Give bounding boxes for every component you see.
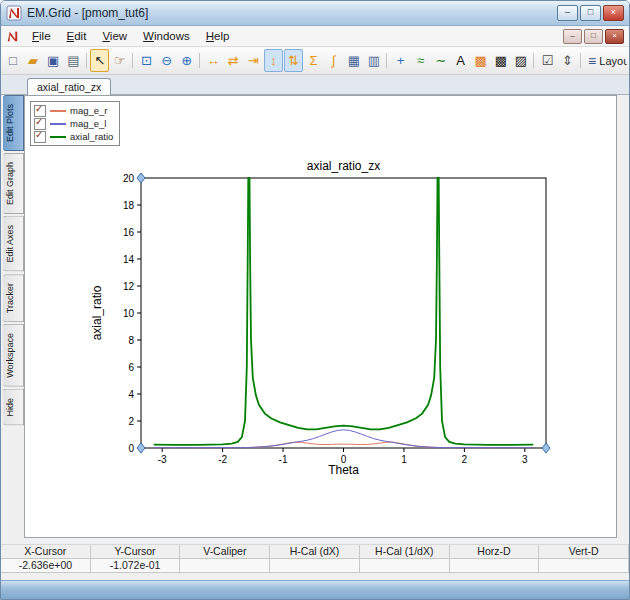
toolbar-icon: ▥	[368, 54, 380, 67]
side-tab-tracker[interactable]: Tracker	[3, 274, 24, 322]
toolbar-icon: ▦	[348, 54, 360, 67]
mdi-child-controls: – □ ×	[563, 29, 626, 44]
status-header: Vert-D	[539, 545, 629, 559]
contour-plot-button[interactable]: ▨	[511, 49, 530, 72]
save-button[interactable]: ▣	[44, 49, 63, 72]
legend-row: axial_ratio	[34, 130, 113, 143]
legend-label: mag_e_r	[70, 105, 108, 116]
toolbar-icon: ∼	[435, 54, 446, 67]
colormap-button[interactable]: ▩	[471, 49, 490, 72]
y-tick-label: 6	[128, 362, 134, 373]
toolbar-icon: ▨	[515, 54, 527, 67]
toolbar-icon: □	[9, 54, 17, 67]
toolbar-icon: ▤	[67, 54, 79, 67]
h-shift-button[interactable]: ⇥	[244, 49, 263, 72]
y-tick-label: 0	[128, 443, 134, 454]
status-value	[180, 559, 270, 573]
x-tick-label: 0	[341, 454, 347, 465]
x-tick-label: -2	[218, 454, 227, 465]
tab-axial-ratio-zx[interactable]: axial_ratio_zx	[27, 78, 111, 95]
x-tick-label: 2	[462, 454, 468, 465]
curve-button[interactable]: ≈	[411, 49, 430, 72]
pointer-select-button[interactable]: ↖	[90, 49, 109, 72]
zoom-in-button[interactable]: ⊕	[177, 49, 196, 72]
open-button[interactable]: ▰	[24, 49, 43, 72]
toolbar-icon: ⊕	[181, 54, 192, 67]
status-value	[360, 559, 450, 573]
intensity-plot-button[interactable]: ▩	[491, 49, 510, 72]
menu-edit[interactable]: Edit	[59, 28, 95, 44]
menu-view[interactable]: View	[94, 28, 135, 44]
menu-file[interactable]: File	[24, 28, 59, 44]
legend-row: mag_e_l	[34, 117, 113, 130]
x-tick-label: -1	[279, 454, 288, 465]
y-tick-label: 20	[123, 173, 135, 184]
toolbar-icon: ⇕	[562, 54, 573, 67]
menu-windows[interactable]: Windows	[135, 28, 198, 44]
minimize-button[interactable]: –	[557, 5, 578, 21]
toolbar-icon: ↔	[207, 54, 220, 67]
toolbar-icon: A	[456, 54, 465, 67]
pan-button[interactable]: ☞	[110, 49, 129, 72]
side-tab-edit-plots[interactable]: Edit Plots	[3, 95, 24, 151]
print-button[interactable]: ▤	[64, 49, 83, 72]
child-close-button[interactable]: ×	[605, 29, 624, 44]
grid-button[interactable]: ▦	[344, 49, 363, 72]
h-expand-button[interactable]: ↔	[204, 49, 223, 72]
layout-lines-icon: ≡	[588, 54, 596, 68]
maximize-button[interactable]: □	[580, 5, 601, 21]
show-markers-button[interactable]: ☑	[538, 49, 557, 72]
chart[interactable]: axial_ratio_zxThetaaxial_ratio-3-2-10123…	[85, 158, 585, 488]
v-compress-button[interactable]: ⇅	[284, 49, 303, 72]
legend-row: mag_e_r	[34, 104, 113, 117]
v-expand-button[interactable]: ↕	[264, 49, 283, 72]
document-tab-strip: axial_ratio_zx	[1, 75, 629, 95]
chart-title: axial_ratio_zx	[307, 159, 380, 173]
status-value: -1.072e-01	[91, 559, 181, 573]
toolbar-icon: ▰	[28, 54, 38, 67]
axis-spin-button[interactable]: ⇕	[558, 49, 577, 72]
status-header-row: X-Cursor Y-Cursor V-Caliper H-Cal (dX) H…	[1, 545, 629, 559]
close-button[interactable]: ×	[603, 5, 624, 21]
h-compress-button[interactable]: ⇄	[224, 49, 243, 72]
legend-line-sample	[50, 110, 66, 112]
add-trace-button[interactable]: +	[391, 49, 410, 72]
spacer	[1, 573, 629, 580]
legend-checkbox[interactable]	[34, 131, 46, 143]
status-bar: X-Cursor Y-Cursor V-Caliper H-Cal (dX) H…	[1, 544, 629, 573]
plot-frame	[141, 178, 546, 448]
title-bar[interactable]: EM.Grid - [pmom_tut6] – □ ×	[1, 1, 629, 26]
toolbar-icon: ☞	[114, 54, 126, 67]
zoom-out-button[interactable]: ⊖	[157, 49, 176, 72]
y-tick-label: 2	[128, 416, 134, 427]
y-tick-label: 12	[123, 281, 135, 292]
smooth-curve-button[interactable]: ∼	[431, 49, 450, 72]
menu-help[interactable]: Help	[198, 28, 238, 44]
new-button[interactable]: □	[4, 49, 23, 72]
y-tick-label: 4	[128, 389, 134, 400]
plot-canvas[interactable]: mag_e_r mag_e_l axial_ratio a	[24, 95, 617, 538]
legend-line-sample	[50, 136, 66, 138]
table-button[interactable]: ▥	[364, 49, 383, 72]
legend-label: mag_e_l	[70, 118, 106, 129]
toolbar-icon: ⊡	[141, 54, 152, 67]
text-annotation-button[interactable]: A	[451, 49, 470, 72]
status-header: V-Caliper	[180, 545, 270, 559]
menu-bar: File Edit View Windows Help – □ ×	[1, 26, 629, 47]
y-tick-label: 16	[123, 227, 135, 238]
side-tab-workspace[interactable]: Workspace	[3, 324, 24, 387]
side-tab-edit-axes[interactable]: Edit Axes	[3, 216, 24, 272]
side-tab-edit-graph[interactable]: Edit Graph	[3, 153, 24, 214]
x-axis-label: Theta	[328, 463, 359, 477]
y-tick-label: 8	[128, 335, 134, 346]
child-minimize-button[interactable]: –	[563, 29, 582, 44]
sum-button[interactable]: Σ	[304, 49, 323, 72]
layout-button[interactable]: ≡ Layou	[584, 52, 627, 70]
zoom-window-button[interactable]: ⊡	[137, 49, 156, 72]
toolbar: □ ▰ ▣ ▤ ↖ ☞ ⊡	[1, 47, 629, 75]
toolbar-icon: ≈	[417, 54, 424, 67]
child-restore-button[interactable]: □	[584, 29, 603, 44]
toolbar-icon: +	[397, 54, 405, 67]
side-tab-hide[interactable]: Hide	[3, 389, 24, 426]
integrate-button[interactable]: ∫	[324, 49, 343, 72]
